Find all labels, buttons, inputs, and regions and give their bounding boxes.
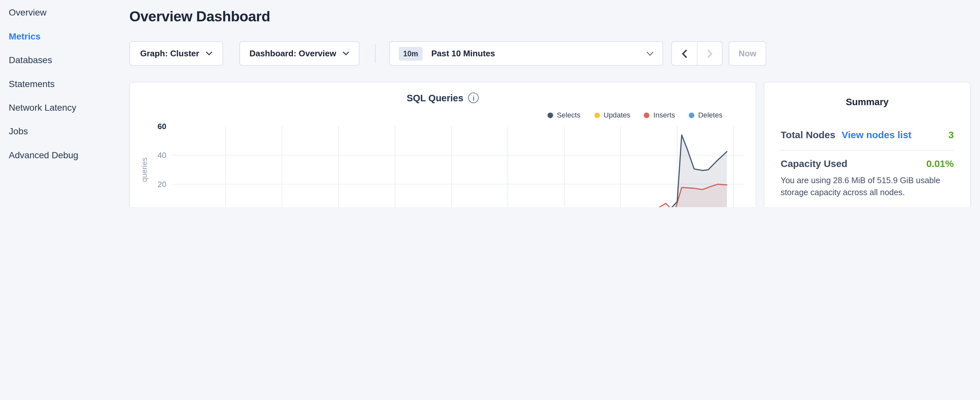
time-step-buttons	[671, 41, 722, 65]
sidebar-item-advanced-debug[interactable]: Advanced Debug	[0, 143, 125, 167]
sidebar-item-overview[interactable]: Overview	[0, 1, 125, 24]
legend-item[interactable]: Inserts	[644, 112, 675, 119]
page-title: Overview Dashboard	[129, 8, 270, 25]
total-nodes-label: Total Nodes	[781, 129, 835, 141]
db-console-page: Overview Metrics Databases Statements Ne…	[0, 0, 980, 207]
sql-queries-chart[interactable]: 16:3816:3916:4016:4116:4216:4316:4416:45…	[130, 121, 757, 207]
total-nodes-value: 3	[948, 129, 954, 141]
summary-panel: Summary Total Nodes View nodes list 3 Ca…	[764, 82, 970, 207]
sidebar-item-statements[interactable]: Statements	[0, 72, 125, 96]
capacity-used-description: You are using 28.6 MiB of 515.9 GiB usab…	[781, 174, 954, 198]
legend-dot	[547, 112, 553, 118]
chevron-left-icon	[682, 49, 687, 58]
capacity-used-label: Capacity Used	[781, 158, 847, 170]
controls-divider	[375, 44, 375, 63]
chart-title: SQL Queries	[407, 92, 463, 103]
legend-dot	[594, 112, 600, 118]
view-nodes-list-link[interactable]: View nodes list	[842, 129, 912, 141]
time-range-label: Past 10 Minutes	[431, 49, 495, 58]
legend-label: Inserts	[654, 112, 675, 119]
time-range-badge: 10m	[399, 46, 422, 60]
legend-label: Selects	[557, 112, 581, 119]
sidebar-item-databases[interactable]: Databases	[0, 48, 125, 72]
time-range-dropdown[interactable]: 10m Past 10 Minutes	[389, 41, 663, 65]
svg-text:queries: queries	[140, 157, 148, 182]
chevron-down-icon	[646, 51, 654, 56]
chevron-down-icon	[342, 51, 349, 56]
chevron-down-icon	[205, 51, 212, 56]
capacity-used-value: 0.01%	[926, 158, 954, 170]
now-button[interactable]: Now	[729, 41, 766, 65]
legend-dot	[644, 112, 650, 118]
legend-label: Updates	[603, 112, 630, 119]
legend-item[interactable]: Updates	[594, 112, 630, 119]
summary-row-total-nodes: Total Nodes View nodes list 3	[781, 122, 954, 151]
chart-legend: SelectsUpdatesInsertsDeletes	[547, 112, 722, 119]
graph-scope-dropdown[interactable]: Graph: Cluster	[129, 41, 223, 65]
summary-row-capacity: Capacity Used 0.01% You are using 28.6 M…	[781, 151, 954, 207]
chevron-right-icon	[707, 49, 713, 58]
legend-item[interactable]: Deletes	[689, 112, 722, 119]
sidebar-item-metrics[interactable]: Metrics	[0, 24, 125, 48]
sidebar-nav: Overview Metrics Databases Statements Ne…	[0, 1, 125, 167]
dashboard-dropdown[interactable]: Dashboard: Overview	[239, 41, 360, 65]
graph-scope-label: Graph: Cluster	[140, 49, 199, 58]
legend-dot	[689, 112, 694, 118]
controls-bar: Graph: Cluster Dashboard: Overview 10m P…	[129, 41, 766, 65]
legend-label: Deletes	[698, 112, 722, 119]
time-prev-button[interactable]	[672, 42, 697, 65]
legend-item[interactable]: Selects	[547, 112, 581, 119]
sidebar-item-network-latency[interactable]: Network Latency	[0, 96, 125, 120]
summary-title: Summary	[765, 96, 970, 107]
info-icon[interactable]: i	[468, 92, 479, 103]
svg-text:40: 40	[158, 151, 166, 159]
dashboard-label: Dashboard: Overview	[250, 49, 336, 58]
sidebar-item-jobs[interactable]: Jobs	[0, 120, 125, 143]
svg-text:20: 20	[158, 180, 166, 189]
time-next-button[interactable]	[697, 42, 722, 65]
sql-queries-chart-card: SQL Queries i SelectsUpdatesInsertsDelet…	[129, 82, 756, 207]
svg-text:60: 60	[158, 122, 166, 131]
